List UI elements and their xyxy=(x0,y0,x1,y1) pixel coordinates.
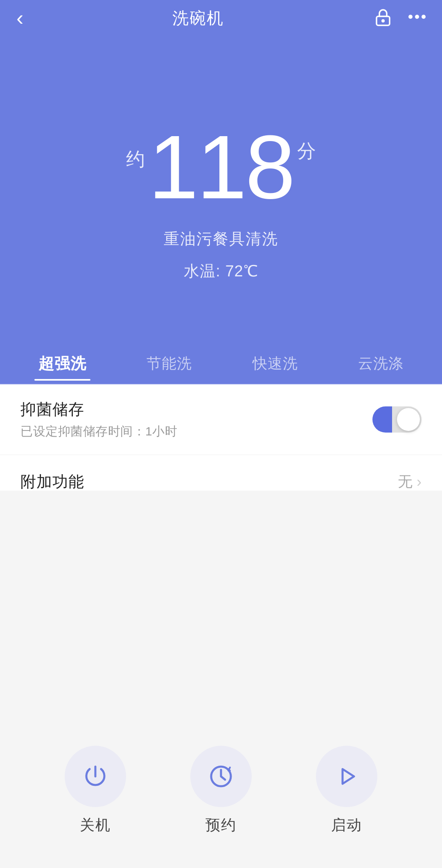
schedule-label: 预约 xyxy=(205,815,237,835)
header-actions xyxy=(372,7,426,29)
power-icon xyxy=(81,762,110,791)
power-button[interactable]: 关机 xyxy=(65,746,126,835)
tab-quick-wash[interactable]: 快速洗 xyxy=(244,347,306,380)
antibacterial-sublabel: 已设定抑菌储存时间：1小时 xyxy=(20,423,177,440)
toggle-knob xyxy=(397,408,420,431)
time-display: 约 118 分 xyxy=(126,122,316,212)
start-button[interactable]: 启动 xyxy=(316,746,377,835)
tab-cloud-wash[interactable]: 云洗涤 xyxy=(350,347,412,380)
water-temp: 水温: 72℃ xyxy=(184,261,258,282)
time-number: 118 xyxy=(148,122,293,212)
schedule-button[interactable]: 预约 xyxy=(190,746,252,835)
addon-value: 无 › xyxy=(398,472,422,492)
page-title: 洗碗机 xyxy=(172,7,224,29)
more-icon[interactable] xyxy=(408,15,426,19)
antibacterial-label-group: 抑菌储存 已设定抑菌储存时间：1小时 xyxy=(20,399,177,440)
schedule-icon-circle xyxy=(190,746,252,807)
antibacterial-toggle[interactable] xyxy=(372,406,422,433)
antibacterial-label: 抑菌储存 xyxy=(20,399,177,420)
hero-section: 约 118 分 重油污餐具清洗 水温: 72℃ xyxy=(0,0,442,352)
power-label: 关机 xyxy=(80,815,111,835)
tab-eco-wash[interactable]: 节能洗 xyxy=(138,347,200,380)
antibacterial-row: 抑菌储存 已设定抑菌储存时间：1小时 xyxy=(0,384,442,455)
antibacterial-toggle-container xyxy=(372,406,422,433)
chevron-right-icon: › xyxy=(417,473,422,491)
back-button[interactable]: ‹ xyxy=(16,7,23,29)
clock-icon xyxy=(206,762,236,791)
addon-label: 附加功能 xyxy=(20,471,84,492)
header: ‹ 洗碗机 xyxy=(0,0,442,36)
mode-tabs: 超强洗 节能洗 快速洗 云洗涤 xyxy=(0,343,442,384)
wash-description: 重油污餐具清洗 xyxy=(164,229,278,249)
bottom-actions: 关机 预约 启动 xyxy=(0,746,442,835)
svg-point-1 xyxy=(381,19,385,22)
lock-icon[interactable] xyxy=(372,7,394,29)
start-icon-circle xyxy=(316,746,377,807)
power-icon-circle xyxy=(65,746,126,807)
tab-super-wash[interactable]: 超强洗 xyxy=(30,347,95,381)
play-icon xyxy=(332,762,361,791)
addon-value-text: 无 xyxy=(398,472,413,492)
start-label: 启动 xyxy=(331,815,362,835)
time-prefix: 约 xyxy=(126,147,145,172)
time-unit: 分 xyxy=(297,139,316,164)
